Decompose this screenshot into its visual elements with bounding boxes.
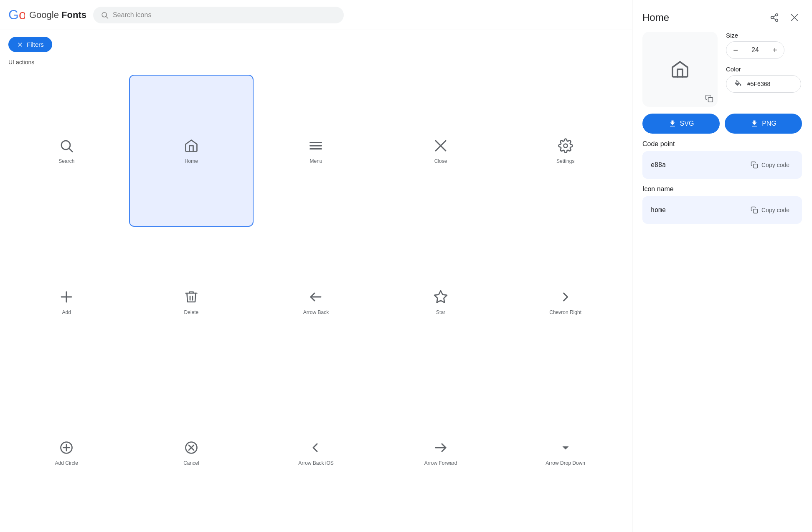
copy-code-button[interactable]: Copy code xyxy=(746,159,794,171)
icon-label-arrow-back: Arrow Back xyxy=(303,309,329,315)
svg-line-26 xyxy=(773,15,776,17)
icon-name-title: Icon name xyxy=(642,185,802,193)
google-fonts-logo-icon: Goog xyxy=(8,7,25,23)
svg-rect-31 xyxy=(754,209,758,213)
icon-item-add-circle[interactable]: Add Circle xyxy=(4,377,129,528)
icon-item-add[interactable]: Add xyxy=(4,227,129,377)
icon-item-arrow-back[interactable]: Arrow Back xyxy=(254,227,378,377)
filters-button-label: Filters xyxy=(27,41,44,48)
copy-name-icon xyxy=(751,206,758,214)
download-svg-icon xyxy=(668,119,677,128)
icon-label-chevron-right: Chevron Right xyxy=(549,309,581,315)
svg-point-3 xyxy=(61,141,70,149)
search-bar[interactable] xyxy=(93,7,344,23)
star-icon xyxy=(432,289,449,305)
svg-line-4 xyxy=(69,149,73,152)
add-circle-icon xyxy=(58,439,75,456)
size-label: Size xyxy=(726,32,802,39)
svg-rect-30 xyxy=(754,164,758,168)
filters-button[interactable]: Filters xyxy=(8,37,52,52)
icon-item-close[interactable]: Close xyxy=(378,75,503,227)
icon-item-chevron-right[interactable]: Chevron Right xyxy=(503,227,628,377)
color-picker-button[interactable]: #5F6368 xyxy=(726,75,801,93)
icon-label-home: Home xyxy=(185,158,198,164)
size-decrease-button[interactable]: − xyxy=(726,42,745,58)
download-row: SVG PNG xyxy=(642,114,802,134)
settings-icon xyxy=(557,137,574,154)
icon-label-add: Add xyxy=(62,309,71,315)
png-btn-label: PNG xyxy=(762,120,776,127)
svg-line-2 xyxy=(106,16,108,18)
code-point-value: e88a xyxy=(651,161,666,169)
svg-marker-14 xyxy=(434,291,447,303)
share-icon xyxy=(770,13,779,22)
svg-point-1 xyxy=(102,12,107,17)
preview-controls: Size − 24 + Color #5F6368 xyxy=(726,32,802,93)
panel-title: Home xyxy=(642,12,669,23)
copy-name-button[interactable]: Copy code xyxy=(746,204,794,216)
icon-label-arrow-back-ios: Arrow Back iOS xyxy=(298,460,334,466)
icon-item-cancel[interactable]: Cancel xyxy=(129,377,254,528)
icons-grid: Search Home Menu xyxy=(0,71,632,532)
logo-text: Google Fonts xyxy=(29,10,86,20)
search-icon xyxy=(101,11,109,19)
right-panel: Home xyxy=(632,0,812,532)
color-swatch xyxy=(733,79,743,89)
filters-area: Filters xyxy=(0,30,632,56)
chevron-right-icon xyxy=(557,289,574,305)
preview-row: Size − 24 + Color #5F6368 xyxy=(642,32,802,107)
icon-label-delete: Delete xyxy=(184,309,199,315)
icon-item-settings[interactable]: Settings xyxy=(503,75,628,227)
menu-icon xyxy=(307,137,324,154)
copy-name-label: Copy code xyxy=(761,207,789,213)
svg-text:Goog: Goog xyxy=(8,7,25,22)
icon-label-menu: Menu xyxy=(310,158,322,164)
close-icon xyxy=(790,13,799,22)
home-icon xyxy=(183,137,200,154)
icon-name-section: Icon name home Copy code xyxy=(642,185,802,224)
icon-item-home[interactable]: Home xyxy=(129,75,254,227)
share-button[interactable] xyxy=(767,10,782,25)
icon-label-arrow-forward: Arrow Forward xyxy=(424,460,457,466)
close-icon xyxy=(432,137,449,154)
arrow-back-ios-icon xyxy=(307,439,324,456)
preview-home-icon xyxy=(670,59,690,79)
category-label: UI actions xyxy=(0,56,632,71)
icon-label-arrow-drop-down: Arrow Drop Down xyxy=(546,460,585,466)
icon-name-value: home xyxy=(651,206,666,214)
size-control: − 24 + xyxy=(726,41,784,59)
icon-label-search: Search xyxy=(58,158,74,164)
icon-item-menu[interactable]: Menu xyxy=(254,75,378,227)
delete-icon xyxy=(183,289,200,305)
icon-item-arrow-back-ios[interactable]: Arrow Back iOS xyxy=(254,377,378,528)
color-control-group: Color #5F6368 xyxy=(726,66,802,93)
svg-btn-label: SVG xyxy=(680,120,694,127)
svg-rect-29 xyxy=(708,98,713,102)
copy-code-label: Copy code xyxy=(761,162,789,168)
close-button[interactable] xyxy=(787,10,802,25)
size-increase-button[interactable]: + xyxy=(766,42,784,58)
icon-item-arrow-drop-down[interactable]: Arrow Drop Down xyxy=(503,377,628,528)
search-icon xyxy=(58,137,75,154)
svg-download-button[interactable]: SVG xyxy=(642,114,720,134)
copy-icon xyxy=(705,94,713,103)
paint-bucket-icon xyxy=(734,80,742,88)
png-download-button[interactable]: PNG xyxy=(725,114,802,134)
icon-item-star[interactable]: Star xyxy=(378,227,503,377)
icon-name-box: home Copy code xyxy=(642,196,802,224)
color-value: #5F6368 xyxy=(747,81,770,87)
code-point-section: Code point e88a Copy code xyxy=(642,140,802,179)
icon-item-delete[interactable]: Delete xyxy=(129,227,254,377)
add-icon xyxy=(58,289,75,305)
arrow-drop-down-icon xyxy=(557,439,574,456)
search-input[interactable] xyxy=(113,11,336,19)
preview-copy-button[interactable] xyxy=(705,94,713,103)
download-png-icon xyxy=(750,119,759,128)
panel-header: Home xyxy=(642,8,802,25)
svg-line-25 xyxy=(773,18,776,20)
icon-item-search[interactable]: Search xyxy=(4,75,129,227)
arrow-back-icon xyxy=(307,289,324,305)
size-value: 24 xyxy=(745,46,766,54)
icon-item-arrow-forward[interactable]: Arrow Forward xyxy=(378,377,503,528)
arrow-forward-icon xyxy=(432,439,449,456)
